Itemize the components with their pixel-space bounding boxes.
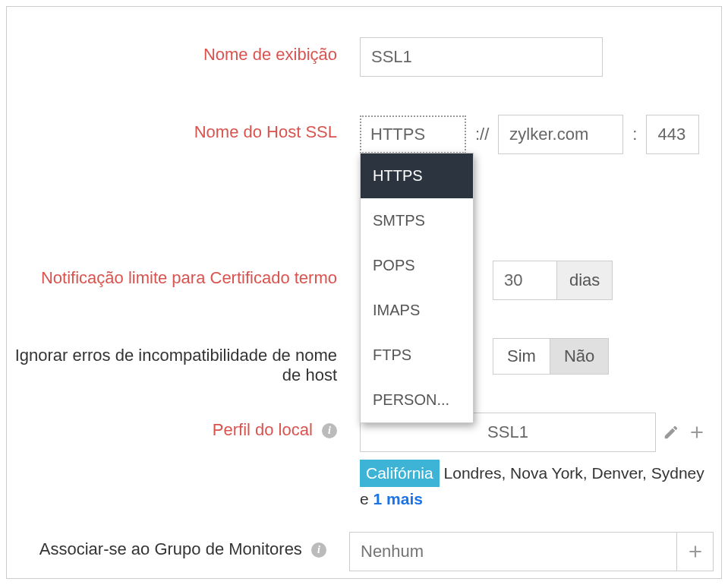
label-location-profile-text: Perfil do local [213, 420, 313, 439]
label-cert-expiry: Notificação limite para Certificado term… [14, 261, 360, 288]
more-locations-link[interactable]: 1 mais [373, 490, 423, 508]
protocol-dropdown[interactable]: HTTPS SMTPS POPS IMAPS FTPS PERSON... [360, 153, 474, 423]
locations-summary: Califórnia Londres, Nova York, Denver, S… [360, 460, 714, 511]
toggle-no[interactable]: Não [550, 339, 608, 374]
dropdown-option-imaps[interactable]: IMAPS [361, 288, 473, 333]
days-unit-label: dias [557, 261, 613, 300]
port-input[interactable] [646, 115, 699, 154]
info-icon[interactable]: i [322, 423, 337, 438]
hostname-input[interactable] [498, 115, 623, 154]
add-group-button[interactable] [677, 532, 714, 571]
edit-icon[interactable] [660, 422, 682, 443]
expiry-days-input[interactable] [493, 261, 557, 300]
label-location-profile: Perfil do local i [14, 413, 360, 440]
dropdown-option-pops[interactable]: POPS [361, 243, 473, 288]
protocol-select[interactable]: HTTPS [360, 115, 466, 153]
label-display-name: Nome de exibição [14, 37, 360, 65]
label-monitor-group: Associar-se ao Grupo de Monitores i [14, 532, 349, 559]
info-icon[interactable]: i [311, 542, 326, 558]
form-container: Nome de exibição Nome do Host SSL HTTPS … [6, 6, 722, 579]
display-name-input[interactable] [360, 37, 603, 77]
monitor-group-input[interactable] [349, 532, 677, 571]
other-locations-text: Londres, Nova York, Denver, Sydney [444, 464, 704, 482]
primary-location-tag[interactable]: Califórnia [360, 460, 440, 487]
row-display-name: Nome de exibição [14, 37, 714, 77]
dropdown-option-custom[interactable]: PERSON... [361, 378, 473, 422]
toggle-yes[interactable]: Sim [493, 339, 550, 374]
row-monitor-group: Associar-se ao Grupo de Monitores i [14, 532, 714, 571]
dropdown-option-ftps[interactable]: FTPS [361, 333, 473, 378]
label-monitor-group-text: Associar-se ao Grupo de Monitores [39, 539, 302, 558]
row-ssl-host: Nome do Host SSL HTTPS :// : [14, 115, 714, 154]
dropdown-option-smtps[interactable]: SMTPS [361, 198, 473, 243]
port-separator: : [628, 125, 641, 144]
label-ignore-hostname: Ignorar erros de incompatibilidade de no… [14, 338, 360, 385]
scheme-separator: :// [471, 125, 493, 144]
plus-icon[interactable] [686, 422, 708, 443]
dropdown-option-https[interactable]: HTTPS [361, 153, 473, 198]
label-ssl-host: Nome do Host SSL [14, 115, 360, 142]
ignore-hostname-toggle: Sim Não [493, 338, 609, 375]
more-prefix: e [360, 490, 373, 508]
